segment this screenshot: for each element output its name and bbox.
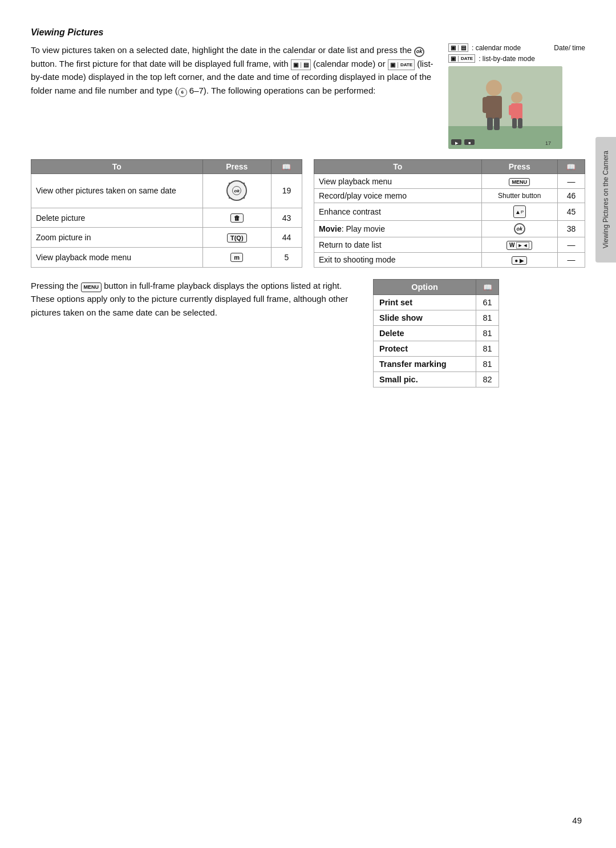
right-row5-press: W ►◄ — [481, 237, 557, 253]
list-date-mode-label-icon: ▣DATE — [448, 54, 475, 63]
left-row4-page: 5 — [271, 247, 302, 267]
options-table-container: Option 📖 Print set 61 Slide show 81 — [373, 279, 499, 387]
camera-shooting-icon: ● ▶ — [512, 256, 527, 265]
svg-rect-10 — [509, 105, 514, 115]
svg-rect-13 — [518, 118, 522, 128]
left-row4-press: m — [202, 247, 271, 267]
body-text: Pressing the MENU button in full-frame p… — [31, 279, 362, 378]
side-tab: Viewing Pictures on the Camera — [595, 137, 616, 263]
svg-rect-4 — [483, 97, 491, 113]
menu-btn-inline: MENU — [81, 282, 102, 293]
svg-rect-7 — [494, 118, 500, 130]
list-date-mode-label: : list-by-date mode — [479, 55, 535, 63]
calendar-mode-label-icon: ▣▤ — [448, 43, 468, 52]
left-row1-page: 19 — [271, 174, 302, 208]
table-row: Delete 81 — [374, 325, 499, 341]
right-row3-to: Enhance contrast — [314, 203, 482, 221]
option-slide-show-page: 81 — [476, 310, 499, 325]
option-transfer-marking: Transfer marking — [374, 356, 476, 371]
option-protect: Protect — [374, 341, 476, 356]
option-slide-show: Slide show — [374, 310, 476, 325]
right-row4-press: ok — [481, 221, 557, 237]
section-title: Viewing Pictures — [31, 27, 585, 38]
svg-point-8 — [511, 92, 522, 103]
ok-button-small: ok — [514, 223, 525, 235]
left-row2-to: Delete picture — [31, 208, 203, 228]
table-row: View other pictures taken on same date o… — [31, 174, 302, 208]
options-table: Option 📖 Print set 61 Slide show 81 — [373, 279, 499, 387]
list-date-mode-icon: ▣DATE — [388, 59, 415, 71]
option-print-set-page: 61 — [476, 294, 499, 310]
table-row: Small pic. 82 — [374, 371, 499, 387]
right-table-header-to: To — [314, 160, 482, 174]
svg-rect-6 — [487, 118, 493, 130]
page-number: 49 — [572, 815, 582, 825]
right-row5-page: — — [557, 237, 585, 253]
left-row3-page: 44 — [271, 228, 302, 248]
left-row2-press: 🗑 — [202, 208, 271, 228]
m-button: m — [230, 253, 243, 262]
right-table-header-press: Press — [481, 160, 557, 174]
right-row1-to: View playback menu — [314, 174, 482, 189]
svg-rect-5 — [494, 97, 502, 113]
ok-button-inline: ok — [414, 47, 424, 57]
table-row: Transfer marking 81 — [374, 356, 499, 371]
side-tab-text: Viewing Pictures on the Camera — [602, 151, 610, 248]
svg-text:■: ■ — [468, 141, 471, 145]
calendar-mode-label: : calendar mode — [472, 44, 521, 52]
right-row6-page: — — [557, 252, 585, 267]
option-small-pic: Small pic. — [374, 371, 476, 387]
right-row3-press: ▲P — [481, 203, 557, 221]
left-row4-to: View playback mode menu — [31, 247, 203, 267]
intro-text: To view pictures taken on a selected dat… — [31, 43, 435, 149]
table-row: View playback menu MENU — — [314, 174, 585, 189]
left-row1-press: ok — [202, 174, 271, 208]
tables-row: To Press 📖 View other pictures taken on … — [31, 159, 585, 268]
option-delete-page: 81 — [476, 325, 499, 341]
right-row4-page: 38 — [557, 221, 585, 237]
menu-button: MENU — [509, 178, 530, 186]
camera-screen-mockup: ▣▤ 15:10 — [448, 66, 562, 149]
right-row2-press: Shutter button — [481, 189, 557, 203]
date-time-label: Date/ time — [554, 44, 585, 52]
camera-screen-svg: ▶ ■ 17 — [448, 66, 562, 149]
left-row1-to: View other pictures taken on same date — [31, 174, 203, 208]
right-row5-to: Return to date list — [314, 237, 482, 253]
calendar-mode-icon: ▣▤ — [291, 59, 311, 71]
left-table-header-to: To — [31, 160, 203, 174]
right-table: To Press 📖 View playback menu MENU — Rec… — [314, 159, 585, 268]
table-row: Movie: Play movie ok 38 — [314, 221, 585, 237]
right-row1-press: MENU — [481, 174, 557, 189]
enhance-icon: ▲P — [513, 205, 526, 218]
table-row: Protect 81 — [374, 341, 499, 356]
right-row3-page: 45 — [557, 203, 585, 221]
table-row: Exit to shooting mode ● ▶ — — [314, 252, 585, 267]
left-table: To Press 📖 View other pictures taken on … — [31, 159, 302, 268]
options-table-header-option: Option — [374, 279, 476, 294]
right-row4-to: Movie: Play movie — [314, 221, 482, 237]
option-print-set: Print set — [374, 294, 476, 310]
option-protect-page: 81 — [476, 341, 499, 356]
table-row: View playback mode menu m 5 — [31, 247, 302, 267]
left-row3-to: Zoom picture in — [31, 228, 203, 248]
options-area: Pressing the MENU button in full-frame p… — [31, 279, 585, 387]
options-table-header-page: 📖 — [476, 279, 499, 294]
option-small-pic-page: 82 — [476, 371, 499, 387]
right-row6-press: ● ▶ — [481, 252, 557, 267]
table-row: Zoom picture in T(Q) 44 — [31, 228, 302, 248]
left-table-header-page: 📖 — [271, 160, 302, 174]
right-row6-to: Exit to shooting mode — [314, 252, 482, 267]
svg-text:17: 17 — [545, 140, 551, 146]
camera-diagram-area: ▣▤ : calendar mode Date/ time ▣DATE : li… — [448, 43, 585, 149]
option-transfer-marking-page: 81 — [476, 356, 499, 371]
right-row2-to: Record/play voice memo — [314, 189, 482, 203]
left-row3-press: T(Q) — [202, 228, 271, 248]
table-row: Delete picture 🗑 43 — [31, 208, 302, 228]
table-row: Return to date list W ►◄ — — [314, 237, 585, 253]
right-row1-page: — — [557, 174, 585, 189]
svg-rect-12 — [512, 118, 517, 128]
table-row: Record/play voice memo Shutter button 46 — [314, 189, 585, 203]
right-row2-page: 46 — [557, 189, 585, 203]
w-button: W ►◄ — [506, 241, 532, 250]
left-row2-page: 43 — [271, 208, 302, 228]
